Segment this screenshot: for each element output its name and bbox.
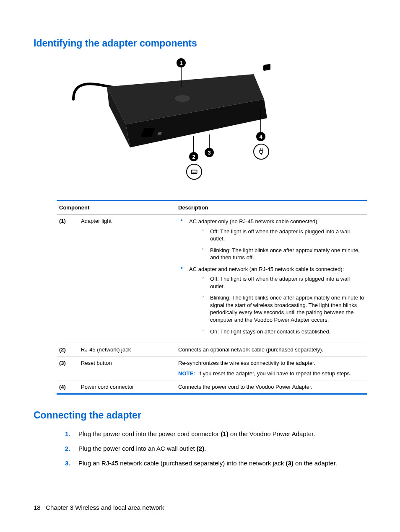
callout-line-1 — [181, 67, 182, 87]
row-number: (4) — [57, 380, 78, 394]
table-row: (4)Power cord connectorConnects the powe… — [57, 380, 367, 394]
list-item: Blinking: The light blinks once after ap… — [201, 247, 364, 261]
list-item: Off: The light is off when the adapter i… — [201, 228, 364, 243]
component-description: AC adapter only (no RJ-45 network cable … — [176, 214, 367, 343]
callout-marker-4: 4 — [256, 132, 265, 141]
callout-line-4 — [260, 108, 261, 134]
component-table: Component Description (1)Adapter lightAC… — [57, 200, 367, 395]
component-name: Reset button — [78, 356, 176, 380]
component-name: RJ-45 (network) jack — [78, 343, 176, 356]
svg-rect-6 — [263, 64, 270, 71]
component-name: Adapter light — [78, 214, 176, 343]
section-heading-connecting: Connecting the adapter — [34, 410, 366, 421]
chapter-label: Chapter 3 Wireless and local area networ… — [46, 504, 164, 511]
callout-marker-3: 3 — [205, 148, 214, 157]
col-header-description: Description — [176, 201, 367, 214]
component-description: Re-synchronizes the wireless connectivit… — [176, 356, 367, 380]
step-text: Plug the power cord into the power cord … — [78, 430, 315, 437]
note-label: NOTE: — [178, 370, 195, 377]
list-item: 1.Plug the power cord into the power cor… — [65, 429, 366, 438]
list-item: Off: The light is off when the adapter i… — [201, 275, 364, 290]
step-number: 2. — [65, 444, 70, 453]
page-footer: 18 Chapter 3 Wireless and local area net… — [34, 504, 164, 511]
list-item: On: The light stays on after contact is … — [201, 328, 364, 336]
table-row: (2)RJ-45 (network) jackConnects an optio… — [57, 343, 367, 356]
row-number: (1) — [57, 214, 78, 343]
page-number: 18 — [34, 504, 41, 511]
list-item: AC adapter only (no RJ-45 network cable … — [178, 218, 364, 261]
section-heading-components: Identifying the adapter components — [34, 38, 366, 49]
list-item: Blinking: The light blinks once after ap… — [201, 294, 364, 323]
callout-line-3 — [209, 134, 210, 150]
row-number: (2) — [57, 343, 78, 356]
step-text: Plug an RJ-45 network cable (purchased s… — [78, 460, 337, 467]
col-header-component: Component — [57, 201, 176, 214]
list-item: 3.Plug an RJ-45 network cable (purchased… — [65, 459, 366, 467]
list-item: AC adapter and network (an RJ-45 network… — [178, 266, 364, 335]
callout-line-2 — [193, 136, 194, 154]
step-text: Plug the power cord into an AC wall outl… — [78, 445, 206, 452]
component-name: Power cord connector — [78, 380, 176, 394]
adapter-diagram: 1 4 2 3 — [69, 57, 270, 191]
callout-marker-2: 2 — [189, 152, 198, 161]
rj45-icon — [186, 164, 202, 180]
component-description: Connects an optional network cable (purc… — [176, 343, 367, 356]
table-row: (3)Reset buttonRe-synchronizes the wirel… — [57, 356, 367, 380]
adapter-illustration — [69, 57, 270, 191]
callout-marker-1: 1 — [177, 58, 186, 67]
component-description: Connects the power cord to the Voodoo Po… — [176, 380, 367, 394]
steps-list: 1.Plug the power cord into the power cor… — [65, 429, 366, 467]
plug-icon — [253, 144, 269, 160]
list-item: 2.Plug the power cord into an AC wall ou… — [65, 444, 366, 453]
row-number: (3) — [57, 356, 78, 380]
step-number: 3. — [65, 459, 70, 467]
svg-point-3 — [175, 95, 190, 102]
table-row: (1)Adapter lightAC adapter only (no RJ-4… — [57, 214, 367, 343]
step-number: 1. — [65, 429, 70, 438]
